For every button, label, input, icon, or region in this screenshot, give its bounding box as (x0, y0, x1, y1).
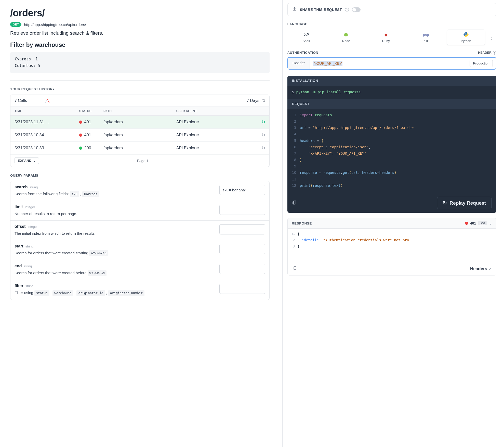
history-row[interactable]: 5/31/2023 11:31 … 401 /api/orders API Ex… (10, 116, 269, 129)
replay-request-button[interactable]: ↻ Replay Request (437, 197, 492, 209)
response-body: 1▼23 { "detail": "Authentication credent… (288, 229, 496, 262)
param-input-offset[interactable] (219, 224, 265, 234)
auth-type-label[interactable]: HEADER i (478, 51, 496, 55)
history-section-label: YOUR REQUEST HISTORY (10, 87, 270, 91)
cell-path: /api/orders (103, 146, 176, 150)
code-panel: INSTALLATION $ python -m pip install req… (287, 76, 496, 213)
cell-agent: API Explorer (176, 120, 249, 124)
param-tag: sku (70, 191, 79, 197)
more-languages-icon[interactable]: ⋮ (487, 34, 496, 41)
request-history-box: 7 Calls 7 Days ⇅ TIME STATUS PATH USER A… (10, 95, 270, 167)
share-label: SHARE THIS REQUEST (300, 8, 342, 12)
auth-header-label: Header (288, 58, 310, 69)
replay-icon: ↻ (443, 200, 447, 206)
param-type: string (25, 244, 34, 248)
param-row-limit: limit integer Number of results to retur… (10, 201, 269, 221)
replay-row-icon[interactable]: ↻ (261, 145, 265, 151)
log-badge: LOG (478, 221, 487, 225)
lang-tab-shell[interactable]: >// Shell (287, 30, 325, 45)
endpoint-row: GET http://app.shippingtree.co/api/order… (10, 22, 270, 27)
sparkline-chart (31, 98, 54, 103)
install-command: $ python -m pip install requests (287, 86, 496, 99)
auth-value-field[interactable]: YOUR_API_KEY (310, 58, 467, 69)
param-type: string (30, 185, 38, 189)
param-tag: %Y-%m-%d (88, 270, 107, 276)
param-desc: Search for orders that were created befo… (15, 270, 215, 276)
auth-section-label: AUTHENTICATION (287, 51, 319, 55)
param-name: offset (15, 224, 26, 229)
replay-row-icon[interactable]: ↻ (261, 132, 265, 138)
cell-status: 401 (79, 133, 103, 137)
language-section-label: LANGUAGE (287, 22, 496, 26)
cell-path: /api/orders (103, 133, 176, 137)
language-tabs: >// Shell ⬢ Node ◆ Ruby php PHP Python (287, 30, 496, 45)
col-time: TIME (15, 109, 79, 113)
cell-time: 5/31/2023 10:33… (15, 146, 79, 150)
replay-row-icon[interactable]: ↻ (261, 119, 265, 125)
ruby-icon: ◆ (367, 32, 405, 37)
param-input-search[interactable] (219, 185, 265, 195)
param-input-end[interactable] (219, 264, 265, 274)
filter-heading: Filter by warehouse (10, 42, 270, 48)
history-table-header: TIME STATUS PATH USER AGENT (10, 107, 269, 116)
range-chevron-icon[interactable]: ⇅ (262, 98, 265, 103)
col-user-agent: USER AGENT (176, 109, 249, 113)
col-status: STATUS (79, 109, 103, 113)
param-tag: originator_id (76, 290, 105, 296)
lang-tab-ruby[interactable]: ◆ Ruby (367, 30, 405, 45)
cell-status: 200 (79, 146, 103, 150)
method-badge: GET (10, 22, 21, 27)
param-desc: Search from the following fields: sku , … (15, 191, 215, 197)
param-row-filter: filter string Filter using status , ware… (10, 280, 269, 300)
response-box: RESPONSE 401 LOG ⌄ 1▼23 { "detail": "Aut… (287, 218, 496, 275)
copy-code-icon[interactable] (292, 200, 297, 206)
status-dot-icon (465, 222, 468, 225)
param-row-end: end string Search for orders that were c… (10, 260, 269, 280)
param-tag: barcode (82, 191, 99, 197)
history-row[interactable]: 5/31/2023 10:33… 200 /api/orders API Exp… (10, 142, 269, 155)
auth-input-box: Header YOUR_API_KEY Production (287, 57, 496, 70)
lang-tab-node[interactable]: ⬢ Node (327, 30, 365, 45)
cell-time: 5/31/2023 10:34… (15, 133, 79, 137)
cell-path: /api/orders (103, 120, 176, 124)
col-path: PATH (103, 109, 176, 113)
param-input-filter[interactable] (219, 284, 265, 294)
param-name: search (15, 185, 28, 189)
installation-label: INSTALLATION (287, 76, 496, 86)
copy-response-icon[interactable] (292, 266, 297, 272)
param-row-start: start string Search for orders that were… (10, 240, 269, 260)
response-headers-button[interactable]: Headers ⤢ (470, 266, 492, 271)
filter-code-block: Cypress: 1 Columbus: 5 (10, 52, 270, 73)
help-icon[interactable]: ? (345, 8, 349, 11)
replay-label: Replay Request (449, 200, 486, 206)
info-icon: i (493, 51, 496, 55)
range-label[interactable]: 7 Days (247, 98, 259, 103)
auth-value: YOUR_API_KEY (313, 61, 342, 66)
param-input-limit[interactable] (219, 205, 265, 215)
status-dot-icon (79, 134, 82, 137)
param-desc: The initial index from which to return t… (15, 230, 215, 236)
param-tag: status (34, 290, 49, 296)
share-toggle[interactable] (352, 7, 361, 12)
page-indicator: Page 1 (20, 159, 265, 163)
param-desc: Search for orders that were created star… (15, 250, 215, 256)
response-status[interactable]: 401 LOG ⌄ (465, 221, 492, 225)
param-name: end (15, 264, 22, 268)
expand-icon: ⤢ (489, 267, 492, 271)
response-label: RESPONSE (292, 221, 312, 225)
cell-agent: API Explorer (176, 133, 249, 137)
lang-tab-php[interactable]: php PHP (407, 30, 445, 45)
lang-name: Node (327, 39, 365, 43)
param-input-start[interactable] (219, 244, 265, 254)
param-desc: Number of results to return per page. (15, 211, 215, 217)
share-icon (292, 7, 297, 12)
history-row[interactable]: 5/31/2023 10:34… 401 /api/orders API Exp… (10, 129, 269, 142)
lang-name: Ruby (367, 39, 405, 43)
environment-button[interactable]: Production (470, 60, 493, 67)
endpoint-description: Retrieve order list including search & f… (10, 30, 270, 36)
lang-name: Python (447, 39, 485, 43)
lang-tab-python[interactable]: Python (447, 30, 485, 45)
request-code-block: 123456789101112 import requests url = "h… (287, 109, 496, 193)
node-icon: ⬢ (327, 32, 365, 37)
query-params-box: search string Search from the following … (10, 181, 270, 300)
